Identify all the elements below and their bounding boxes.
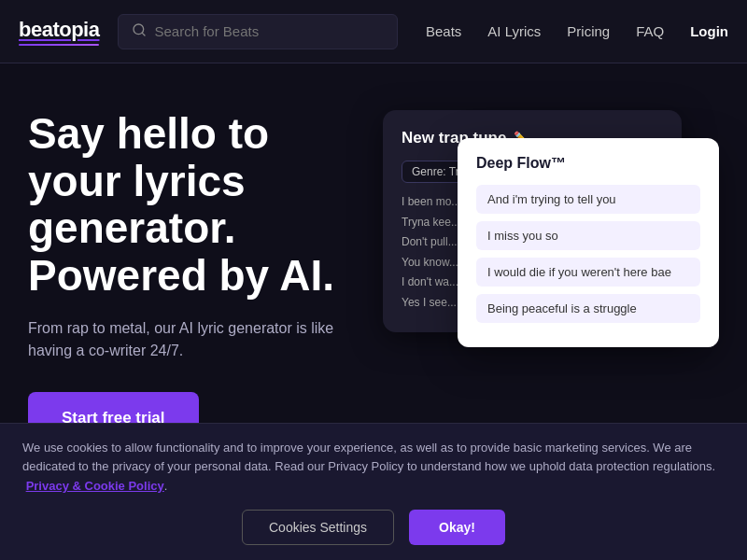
deep-flow-card: Deep Flow™ And i'm trying to tell you I … bbox=[458, 138, 719, 347]
nav-links: Beats AI Lyrics Pricing FAQ Login bbox=[426, 23, 728, 39]
cookie-text: We use cookies to allow functionality an… bbox=[22, 439, 725, 497]
deep-flow-title: Deep Flow™ bbox=[476, 155, 700, 172]
nav-item-faq[interactable]: FAQ bbox=[636, 23, 664, 39]
search-icon bbox=[132, 22, 147, 41]
hero-right: New trap tune ✏️ Genre: Trap I been mo..… bbox=[383, 110, 719, 444]
cookie-actions: Cookies Settings Okay! bbox=[22, 510, 725, 560]
hero-section: Say hello to your lyrics generator. Powe… bbox=[0, 63, 747, 463]
hero-subtitle: From rap to metal, our AI lyric generato… bbox=[28, 317, 364, 362]
logo-text: beatopia bbox=[19, 18, 99, 42]
logo[interactable]: beatopia bbox=[19, 18, 99, 46]
cookie-okay-button[interactable]: Okay! bbox=[409, 510, 505, 545]
deep-flow-line-3: I would die if you weren't here bae bbox=[476, 258, 700, 287]
cookie-settings-button[interactable]: Cookies Settings bbox=[242, 510, 394, 545]
nav-item-beats[interactable]: Beats bbox=[426, 23, 461, 39]
search-bar[interactable] bbox=[118, 14, 398, 49]
deep-flow-line-2: I miss you so bbox=[476, 221, 700, 250]
hero-title: Say hello to your lyrics generator. Powe… bbox=[28, 110, 364, 299]
cookie-banner: We use cookies to allow functionality an… bbox=[0, 423, 747, 560]
svg-line-1 bbox=[143, 33, 146, 35]
deep-flow-line-1: And i'm trying to tell you bbox=[476, 185, 700, 214]
logo-underline bbox=[19, 44, 99, 46]
deep-flow-line-4: Being peaceful is a struggle bbox=[476, 294, 700, 323]
cookie-policy-link[interactable]: Privacy & Cookie Policy bbox=[26, 479, 164, 493]
nav-item-ai-lyrics[interactable]: AI Lyrics bbox=[487, 23, 541, 39]
login-button[interactable]: Login bbox=[690, 23, 728, 39]
navbar: beatopia Beats AI Lyrics Pricing FAQ Log… bbox=[0, 0, 747, 63]
nav-item-pricing[interactable]: Pricing bbox=[567, 23, 610, 39]
search-input[interactable] bbox=[154, 23, 384, 39]
hero-left: Say hello to your lyrics generator. Powe… bbox=[28, 110, 383, 444]
